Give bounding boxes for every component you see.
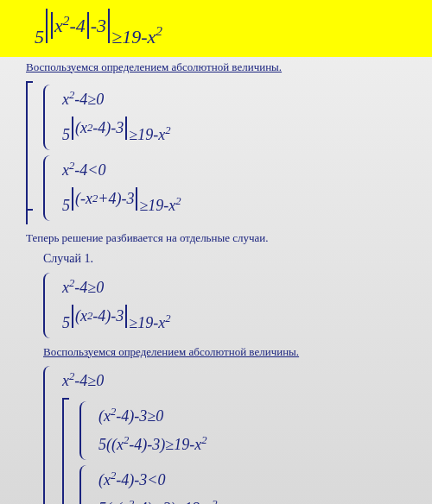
curly-bracket-icon xyxy=(43,85,54,150)
condition: (x2-4)-3<0 xyxy=(98,469,218,492)
curly-bracket-icon xyxy=(79,465,90,504)
square-bracket-icon xyxy=(62,398,71,504)
inequality: 5(-(x2-4)+3)≥19-x2 xyxy=(98,497,218,504)
split-into-cases-text: Теперь решение разбивается на отдельные … xyxy=(0,228,432,249)
curly-bracket-icon xyxy=(43,366,54,504)
curly-bracket-icon xyxy=(43,273,54,338)
case-1-label: Случай 1. xyxy=(0,249,432,269)
union-system-1: x2-4≥0 5(x2-4)-3≥19-x2 x2-4<0 5(-x2+4)-3… xyxy=(0,78,432,228)
inequality: 5(x2-4)-3≥19-x2 xyxy=(62,117,170,147)
curly-bracket-icon xyxy=(43,155,54,221)
condition: (x2-4)-3≥0 xyxy=(98,405,206,428)
inequality: 5((x2-4)-3)≥19-x2 xyxy=(98,433,206,457)
curly-bracket-icon xyxy=(79,401,90,460)
case-1-expanded-system: x2-4≥0 (x2-4)-3≥0 5((x2-4)-3)≥19-x2 xyxy=(0,362,432,504)
hint-absolute-value-2: Воспользуемся определением абсолютной ве… xyxy=(0,342,432,362)
condition: x2-4<0 xyxy=(62,159,181,182)
inequality: 5(-x2+4)-3≥19-x2 xyxy=(62,187,181,217)
square-bracket-icon xyxy=(26,81,35,224)
condition: x2-4≥0 xyxy=(62,276,170,299)
condition: x2-4≥0 xyxy=(62,369,218,393)
inequality: 5(x2-4)-3≥19-x2 xyxy=(62,305,170,335)
main-inequality: 5x2-4-3≥19-x2 xyxy=(0,0,432,57)
hint-absolute-value-1: Воспользуемся определением абсолютной ве… xyxy=(0,57,432,78)
case-1-system: x2-4≥0 5(x2-4)-3≥19-x2 xyxy=(0,269,432,342)
condition: x2-4≥0 xyxy=(62,88,170,111)
